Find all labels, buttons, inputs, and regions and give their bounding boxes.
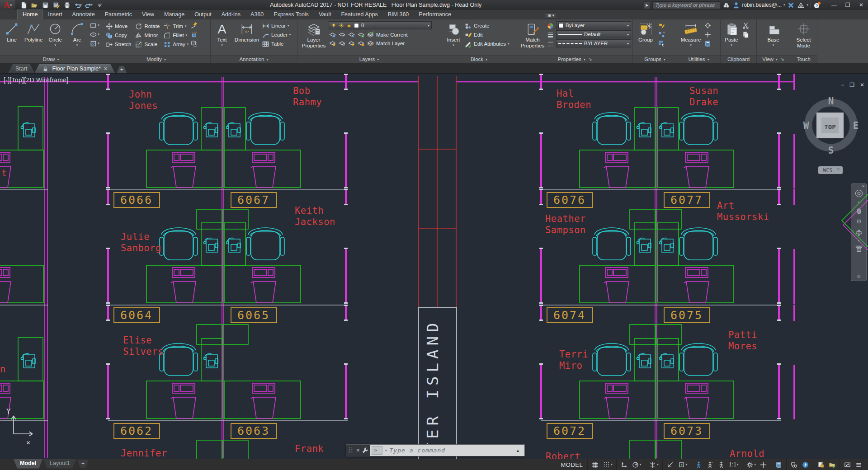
help-icon[interactable]: ?: [813, 1, 821, 9]
pan-hand-icon[interactable]: [855, 206, 863, 214]
save-icon[interactable]: [41, 1, 50, 9]
undo-icon[interactable]: ▾: [73, 1, 82, 9]
account-menu[interactable]: robin.beales@... ▾: [732, 1, 785, 9]
copy-button[interactable]: Copy: [105, 31, 131, 40]
explode-tool-icon[interactable]: [190, 30, 198, 38]
menu-tab-view[interactable]: View: [137, 10, 159, 19]
fillet-button[interactable]: Fillet▾: [163, 31, 189, 40]
a360-menu[interactable]: ▾: [797, 1, 808, 9]
menu-tab-a360[interactable]: A360: [245, 10, 269, 19]
view-cube[interactable]: NWESTOPWCS: [803, 96, 859, 174]
edit-block-button[interactable]: Edit: [464, 30, 509, 39]
layout1-tab[interactable]: Layout1: [43, 459, 76, 469]
circle-button[interactable]: Circle▾: [45, 21, 66, 47]
scale-button[interactable]: Scale: [135, 40, 160, 49]
viewport-controls-label[interactable]: [-][Top][2D Wireframe]: [4, 76, 69, 84]
close-button[interactable]: ✕: [854, 0, 868, 10]
panel-label-utilities[interactable]: Utilities▾: [677, 55, 720, 63]
edit-attributes-button[interactable]: Edit Attributes▾: [464, 39, 509, 48]
panel-label-modify[interactable]: Modify▾: [102, 55, 210, 63]
trusted-paths-icon[interactable]: [827, 460, 837, 470]
paste-button[interactable]: Paste▾: [722, 21, 741, 47]
panel-label-clipboard[interactable]: Clipboard: [721, 55, 756, 63]
command-bar-handle[interactable]: ✕: [346, 445, 370, 456]
minimize-button[interactable]: ―: [827, 0, 841, 10]
command-input[interactable]: Type a command: [390, 447, 446, 454]
trim-button[interactable]: Trim▾: [163, 22, 189, 31]
hatch-tool-icon[interactable]: ▾: [90, 39, 100, 47]
panel-label-view[interactable]: View▾↘: [757, 55, 790, 63]
recent-commands-icon[interactable]: ▾: [385, 449, 387, 452]
dimension-button[interactable]: Dimension: [232, 21, 262, 43]
grid-icon[interactable]: [590, 460, 600, 470]
measure-button[interactable]: Measure▾: [679, 21, 703, 47]
leader-button[interactable]: Leader▾: [262, 30, 291, 39]
isodraft-icon[interactable]: ▾: [647, 460, 660, 470]
create-block-button[interactable]: Create: [464, 21, 509, 30]
scale-value[interactable]: 1:1▾: [727, 460, 740, 470]
command-prompt-icon[interactable]: >_: [372, 446, 382, 455]
command-close-icon[interactable]: ✕: [356, 448, 360, 453]
panel-label-touch[interactable]: Touch: [790, 55, 817, 63]
line-button[interactable]: Line: [1, 21, 22, 43]
new-file-icon[interactable]: [19, 1, 28, 9]
menu-tab-annotate[interactable]: Annotate: [67, 10, 100, 19]
viewport-minimize-icon[interactable]: −: [841, 82, 844, 88]
menu-tab-bim-360[interactable]: BIM 360: [383, 10, 414, 19]
id-point-icon[interactable]: [704, 21, 712, 29]
clean-screen-icon[interactable]: [842, 460, 853, 470]
save-as-icon[interactable]: [52, 1, 61, 9]
customize-wrench-icon[interactable]: [361, 446, 369, 454]
menu-tab-add-ins[interactable]: Add-ins: [217, 10, 245, 19]
autocad-logo-icon[interactable]: A▾: [0, 0, 15, 10]
close-tab-icon[interactable]: ✕: [104, 66, 108, 72]
panel-label-draw[interactable]: Draw▾: [0, 55, 102, 63]
insert-button[interactable]: Insert▾: [443, 21, 464, 47]
linetype-combo[interactable]: BYLAYER▾: [556, 39, 631, 47]
command-line-bar[interactable]: ✕ >_ ▾ Type a command ▲: [346, 444, 525, 456]
security-icon[interactable]: [816, 460, 826, 470]
new-tab-button[interactable]: +: [117, 66, 127, 73]
navigation-wheel-icon[interactable]: [854, 188, 864, 198]
polar-icon[interactable]: ▾: [630, 460, 643, 470]
plot-icon[interactable]: [62, 1, 71, 9]
menu-tab-parametric[interactable]: Parametric: [100, 10, 137, 19]
file-tab-floor-plan[interactable]: Floor Plan Sample* ✕: [34, 64, 115, 73]
graphics-performance-icon[interactable]: [800, 460, 811, 470]
command-history-icon[interactable]: ▲: [516, 448, 523, 453]
annotation-monitor-icon[interactable]: [758, 460, 769, 470]
annotation-visibility-icon[interactable]: [693, 460, 704, 470]
group-edit-icon[interactable]: [658, 21, 665, 29]
layer-properties-button[interactable]: Layer Properties: [299, 21, 329, 49]
menu-tab-insert[interactable]: Insert: [43, 10, 67, 19]
exchange-x-icon[interactable]: [787, 1, 795, 9]
open-folder-icon[interactable]: [30, 1, 39, 9]
navbar-close-icon[interactable]: ✕: [862, 184, 865, 188]
search-input[interactable]: [652, 1, 720, 9]
osnap-icon[interactable]: ▾: [676, 460, 689, 470]
make-current-button[interactable]: Make Current: [367, 30, 408, 39]
menu-tab-performance[interactable]: Performance: [414, 10, 456, 19]
zoom-icon[interactable]: [855, 217, 863, 226]
file-tab-start[interactable]: Start: [8, 64, 34, 73]
menu-tab-manage[interactable]: Manage: [159, 10, 189, 19]
quick-calc-icon[interactable]: [704, 39, 712, 47]
units-icon[interactable]: [774, 460, 784, 470]
redo-icon[interactable]: ▾: [84, 1, 93, 9]
match-properties-button[interactable]: Match Properties: [519, 21, 547, 49]
text-button[interactable]: AText▾: [212, 21, 232, 47]
panel-label-annotation[interactable]: Annotation▾: [211, 55, 297, 63]
viewport-restore-icon[interactable]: ❐: [849, 82, 854, 88]
menu-tab-output[interactable]: Output: [189, 10, 217, 19]
drawing-canvas[interactable]: 60666067JohnJonesBobRahmy60646065JulieSa…: [0, 74, 868, 459]
mirror-button[interactable]: Mirror: [135, 31, 160, 40]
add-layout-button[interactable]: +: [77, 460, 89, 468]
copy-clip-icon[interactable]: [742, 30, 750, 38]
binoculars-icon[interactable]: [722, 1, 730, 9]
ribbon-collapse-button[interactable]: ▣▾: [545, 12, 557, 19]
table-button[interactable]: Table: [262, 39, 291, 48]
stretch-button[interactable]: Stretch: [105, 40, 131, 49]
menu-tab-express-tools[interactable]: Express Tools: [269, 10, 314, 19]
layer-combo[interactable]: 0 ▾: [329, 21, 432, 29]
snap-icon[interactable]: ▾: [601, 460, 614, 470]
